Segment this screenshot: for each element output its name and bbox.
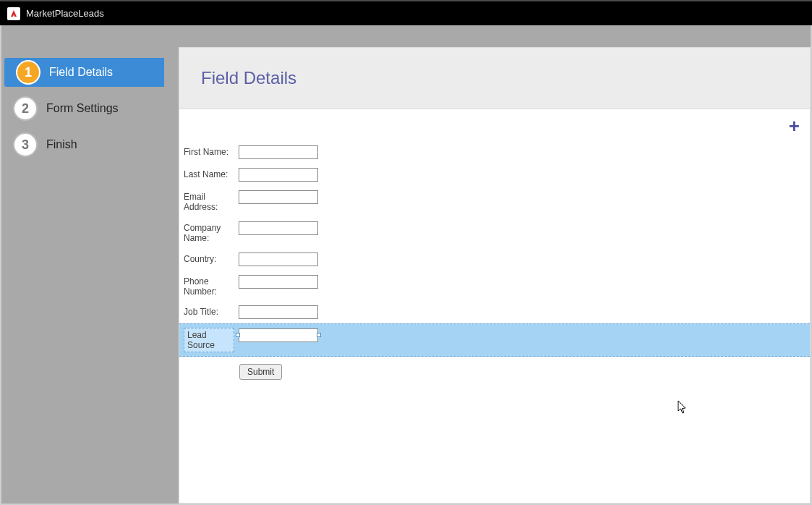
field-row-email[interactable]: Email Address: — [179, 186, 810, 217]
country-input[interactable] — [239, 252, 318, 266]
resize-handle-left[interactable] — [236, 333, 240, 337]
header-gap — [179, 25, 811, 47]
field-label: Last Name: — [184, 168, 239, 179]
email-input[interactable] — [239, 190, 318, 204]
company-input[interactable] — [239, 221, 318, 235]
step-number-badge: 3 — [14, 134, 36, 156]
wizard-sidebar: 1 Field Details 2 Form Settings 3 Finish — [1, 25, 179, 504]
field-label: Job Title: — [184, 305, 239, 317]
title-bar: MarketPlaceLeads — [0, 1, 812, 25]
field-label: First Name: — [184, 145, 239, 157]
field-row-first-name[interactable]: First Name: — [179, 141, 810, 164]
step-number-badge: 1 — [17, 61, 39, 83]
app-icon — [7, 7, 20, 20]
main-content: Field Details + First Name: Last Name: E… — [179, 25, 811, 504]
field-row-lead-source[interactable]: Lead Source — [179, 323, 810, 357]
sidebar-step-finish[interactable]: 3 Finish — [1, 130, 179, 159]
sidebar-step-field-details[interactable]: 1 Field Details — [4, 58, 164, 87]
field-label: Phone Number: — [184, 275, 239, 297]
form-canvas: + First Name: Last Name: Email Address: — [179, 109, 811, 504]
submit-button[interactable]: Submit — [239, 364, 282, 380]
submit-row: Submit — [179, 357, 810, 380]
field-row-country[interactable]: Country: — [179, 248, 810, 271]
body-area: 1 Field Details 2 Form Settings 3 Finish… — [0, 25, 812, 505]
resize-handle-right[interactable] — [317, 333, 321, 337]
field-row-job-title[interactable]: Job Title: — [179, 301, 810, 323]
field-label: Company Name: — [184, 221, 239, 244]
phone-input[interactable] — [239, 275, 318, 289]
field-label: Email Address: — [184, 190, 239, 213]
panel-header: Field Details — [179, 47, 811, 109]
app-viewport: MarketPlaceLeads 1 Field Details 2 Form … — [0, 0, 812, 505]
step-label: Finish — [46, 138, 77, 151]
field-row-phone[interactable]: Phone Number: — [179, 271, 810, 302]
sidebar-step-form-settings[interactable]: 2 Form Settings — [1, 94, 179, 123]
job-title-input[interactable] — [239, 305, 318, 319]
add-field-button[interactable]: + — [789, 116, 800, 135]
step-label: Form Settings — [46, 102, 119, 115]
field-row-company[interactable]: Company Name: — [179, 217, 810, 248]
step-label: Field Details — [49, 66, 113, 79]
field-label-selected[interactable]: Lead Source — [184, 328, 234, 352]
selected-input-wrap — [239, 328, 318, 342]
field-label: Country: — [184, 252, 239, 264]
last-name-input[interactable] — [239, 168, 318, 182]
field-row-last-name[interactable]: Last Name: — [179, 164, 810, 186]
lead-source-input[interactable] — [239, 328, 318, 342]
step-number-badge: 2 — [14, 98, 36, 119]
form-fields-list: First Name: Last Name: Email Address: Co… — [179, 109, 810, 380]
first-name-input[interactable] — [239, 145, 318, 159]
page-title: Field Details — [201, 68, 296, 88]
app-title: MarketPlaceLeads — [26, 8, 104, 19]
